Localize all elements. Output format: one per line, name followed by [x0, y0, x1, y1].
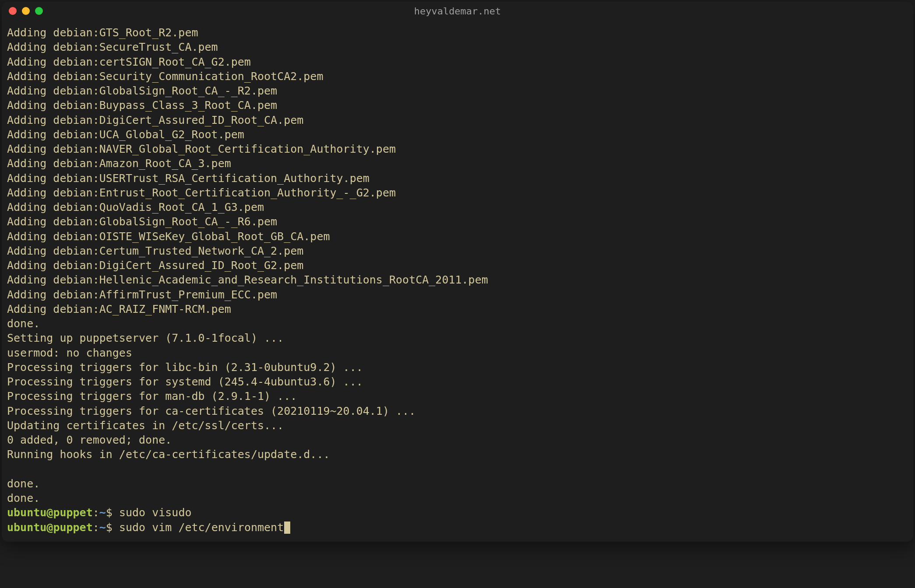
- prompt-command[interactable]: sudo visudo: [119, 506, 192, 519]
- terminal-output-line: [7, 462, 908, 476]
- prompt-user: ubuntu: [7, 506, 46, 519]
- terminal-prompt-line: ubuntu@puppet:~$ sudo visudo: [7, 505, 908, 520]
- terminal-output-line: Adding debian:GTS_Root_R2.pem: [7, 25, 908, 40]
- prompt-path: ~: [99, 521, 106, 534]
- terminal-output-line: Adding debian:Entrust_Root_Certification…: [7, 186, 908, 200]
- close-icon[interactable]: [9, 7, 17, 15]
- prompt-host: puppet: [53, 506, 92, 519]
- traffic-lights: [9, 7, 43, 15]
- prompt-path: ~: [99, 506, 106, 519]
- terminal-output-line: Running hooks in /etc/ca-certificates/up…: [7, 447, 908, 462]
- terminal-output-line: 0 added, 0 removed; done.: [7, 433, 908, 447]
- terminal-output-line: Processing triggers for ca-certificates …: [7, 404, 908, 418]
- terminal-output-line: Adding debian:Amazon_Root_CA_3.pem: [7, 156, 908, 171]
- terminal-output-line: Processing triggers for libc-bin (2.31-0…: [7, 360, 908, 374]
- terminal-output-line: Adding debian:Certum_Trusted_Network_CA_…: [7, 244, 908, 258]
- terminal-output-line: Adding debian:Hellenic_Academic_and_Rese…: [7, 273, 908, 287]
- terminal-output-line: Processing triggers for systemd (245.4-4…: [7, 374, 908, 389]
- prompt-at: @: [46, 506, 53, 519]
- window-title: heyvaldemar.net: [414, 6, 501, 17]
- terminal-output-line: Adding debian:Security_Communication_Roo…: [7, 69, 908, 84]
- terminal-output-line: Adding debian:Buypass_Class_3_Root_CA.pe…: [7, 98, 908, 112]
- terminal-output-line: Adding debian:UCA_Global_G2_Root.pem: [7, 127, 908, 142]
- terminal-output-line: Adding debian:DigiCert_Assured_ID_Root_G…: [7, 258, 908, 273]
- prompt-colon: :: [93, 521, 99, 534]
- terminal-output-line: Adding debian:OISTE_WISeKey_Global_Root_…: [7, 229, 908, 244]
- terminal-output-line: done.: [7, 316, 908, 331]
- terminal-output-line: Adding debian:AC_RAIZ_FNMT-RCM.pem: [7, 302, 908, 316]
- terminal-output-line: Adding debian:GlobalSign_Root_CA_-_R2.pe…: [7, 84, 908, 98]
- terminal-output-line: usermod: no changes: [7, 346, 908, 360]
- terminal-output-line: Adding debian:DigiCert_Assured_ID_Root_C…: [7, 113, 908, 127]
- terminal-output-line: Updating certificates in /etc/ssl/certs.…: [7, 418, 908, 433]
- terminal-output-line: Adding debian:USERTrust_RSA_Certificatio…: [7, 171, 908, 186]
- terminal-output-line: Processing triggers for man-db (2.9.1-1)…: [7, 389, 908, 403]
- cursor-icon: [284, 522, 290, 534]
- terminal-output-line: Adding debian:QuoVadis_Root_CA_1_G3.pem: [7, 200, 908, 214]
- maximize-icon[interactable]: [35, 7, 43, 15]
- prompt-command[interactable]: sudo vim /etc/environment: [119, 521, 284, 534]
- terminal-window: heyvaldemar.net Adding debian:GTS_Root_R…: [2, 2, 913, 542]
- terminal-output-line: Setting up puppetserver (7.1.0-1focal) .…: [7, 331, 908, 345]
- terminal-output-line: done.: [7, 491, 908, 505]
- prompt-at: @: [46, 521, 53, 534]
- terminal-output-line: Adding debian:NAVER_Global_Root_Certific…: [7, 142, 908, 156]
- minimize-icon[interactable]: [22, 7, 30, 15]
- prompt-host: puppet: [53, 521, 92, 534]
- prompt-symbol: $: [106, 521, 113, 534]
- terminal-output-line: Adding debian:AffirmTrust_Premium_ECC.pe…: [7, 287, 908, 302]
- prompt-colon: :: [93, 506, 99, 519]
- terminal-prompt-line: ubuntu@puppet:~$ sudo vim /etc/environme…: [7, 520, 908, 535]
- terminal-output-line: Adding debian:SecureTrust_CA.pem: [7, 40, 908, 54]
- prompt-user: ubuntu: [7, 521, 46, 534]
- prompt-symbol: $: [106, 506, 113, 519]
- terminal-body[interactable]: Adding debian:GTS_Root_R2.pemAdding debi…: [2, 20, 913, 542]
- titlebar: heyvaldemar.net: [2, 2, 913, 20]
- terminal-output-line: done.: [7, 476, 908, 491]
- terminal-output-line: Adding debian:certSIGN_Root_CA_G2.pem: [7, 55, 908, 69]
- terminal-output-line: Adding debian:GlobalSign_Root_CA_-_R6.pe…: [7, 214, 908, 229]
